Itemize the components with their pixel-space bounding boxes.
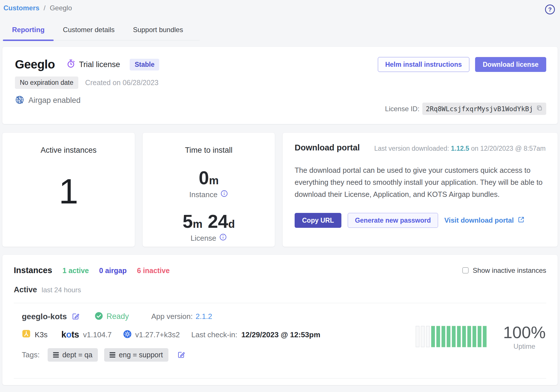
external-link-icon bbox=[517, 216, 525, 225]
uptime-bar bbox=[478, 326, 481, 347]
kubernetes-version: v1.27.7+k3s2 bbox=[135, 330, 180, 339]
uptime-bar bbox=[416, 326, 419, 347]
tag-text: dept = qa bbox=[62, 351, 92, 359]
download-portal-description: The download portal can be used to give … bbox=[295, 164, 544, 200]
instances-card: Instances 1 active 0 airgap 6 inactive S… bbox=[2, 255, 558, 385]
uptime-bar bbox=[472, 326, 476, 347]
active-section-range: last 24 hours bbox=[42, 286, 81, 294]
kubernetes-icon bbox=[123, 330, 132, 340]
instance-row: geeglo-kots Ready bbox=[14, 303, 546, 370]
question-circle-icon: ? bbox=[545, 11, 555, 16]
created-on-text: Created on 06/28/2023 bbox=[85, 79, 159, 87]
instances-title: Instances bbox=[14, 266, 52, 275]
airgap-enabled-label: Airgap enabled bbox=[28, 96, 81, 105]
active-instances-card: Active instances 1 bbox=[2, 133, 135, 247]
tab-support-bundles[interactable]: Support bundles bbox=[124, 23, 192, 40]
active-section-heading: Active bbox=[14, 285, 37, 294]
license-time-label: License bbox=[190, 234, 216, 243]
tag-lines-icon bbox=[110, 352, 115, 358]
uptime-bar bbox=[436, 326, 440, 347]
generate-new-password-button[interactable]: Generate new password bbox=[348, 213, 438, 228]
airgap-globe-icon bbox=[15, 95, 24, 106]
license-id-value[interactable]: 2Rq8WLcsjfxqrMysjvB1WodYkBj bbox=[422, 103, 546, 115]
tag-text: eng = support bbox=[119, 351, 163, 359]
instance-install-time: 0m bbox=[143, 167, 275, 189]
breadcrumb-separator: / bbox=[44, 4, 46, 12]
instance-time-label: Instance bbox=[189, 190, 217, 199]
license-id-text: 2Rq8WLcsjfxqrMysjvB1WodYkBj bbox=[426, 105, 533, 113]
active-count[interactable]: 1 active bbox=[63, 266, 89, 275]
top-bar: Customers / Geeglo ? bbox=[2, 3, 558, 15]
uptime-summary: 100% Uptime bbox=[416, 323, 546, 350]
tags-label: Tags: bbox=[22, 350, 40, 359]
download-portal-card: Download portal Last version downloaded:… bbox=[283, 133, 558, 247]
download-portal-title: Download portal bbox=[295, 143, 360, 152]
uptime-bar bbox=[483, 326, 487, 347]
uptime-label: Uptime bbox=[503, 342, 546, 350]
show-inactive-toggle[interactable]: Show inactive instances bbox=[462, 266, 546, 275]
app-version-label: App version: bbox=[151, 312, 193, 321]
visit-download-portal-link[interactable]: Visit download portal bbox=[444, 216, 525, 225]
license-summary-card: Geeglo Trial license Stable No expirat bbox=[2, 47, 558, 124]
copy-url-button[interactable]: Copy URL bbox=[295, 213, 341, 228]
edit-instance-name-icon[interactable] bbox=[71, 312, 80, 321]
download-license-button[interactable]: Download license bbox=[475, 57, 546, 72]
stopwatch-icon bbox=[66, 59, 75, 70]
license-id-label: License ID: bbox=[385, 105, 419, 113]
tags-list: dept = qaeng = support bbox=[48, 348, 175, 362]
tab-reporting[interactable]: Reporting bbox=[3, 23, 54, 40]
breadcrumb-current: Geeglo bbox=[50, 4, 72, 12]
uptime-bar bbox=[462, 326, 466, 347]
uptime-bar bbox=[442, 326, 445, 347]
uptime-bar bbox=[457, 326, 461, 347]
channel-badge: Stable bbox=[130, 59, 159, 70]
help-button[interactable]: ? bbox=[545, 4, 555, 15]
app-version-link[interactable]: 2.1.2 bbox=[196, 312, 212, 321]
customer-reporting-page: Customers / Geeglo ? Reporting Customer … bbox=[0, 0, 560, 392]
edit-tags-icon[interactable] bbox=[177, 351, 185, 359]
tag-pill[interactable]: eng = support bbox=[104, 348, 168, 362]
license-install-time: 5m 24d bbox=[143, 211, 275, 232]
active-instances-title: Active instances bbox=[2, 146, 135, 155]
uptime-bar bbox=[452, 326, 456, 347]
info-icon[interactable] bbox=[220, 190, 228, 199]
active-instances-count: 1 bbox=[2, 171, 135, 211]
last-version-downloaded: Last version downloaded: 1.12.5 on 12/20… bbox=[374, 145, 546, 152]
show-inactive-checkbox[interactable] bbox=[462, 267, 468, 273]
uptime-bar bbox=[467, 326, 471, 347]
breadcrumb: Customers / Geeglo bbox=[3, 4, 72, 12]
svg-text:?: ? bbox=[548, 6, 552, 13]
instance-name: geeglo-kots bbox=[22, 312, 67, 321]
kots-version: v1.104.7 bbox=[83, 330, 112, 339]
stats-row: Active instances 1 Time to install 0m In… bbox=[2, 133, 558, 247]
time-to-install-title: Time to install bbox=[143, 146, 275, 155]
ready-check-icon bbox=[95, 312, 103, 321]
breadcrumb-customers-link[interactable]: Customers bbox=[3, 4, 39, 12]
instance-status: Ready bbox=[106, 312, 129, 321]
tab-customer-details[interactable]: Customer details bbox=[54, 23, 124, 40]
time-to-install-card: Time to install 0m Instance 5m 24d bbox=[143, 133, 275, 247]
k3s-icon bbox=[22, 329, 31, 340]
expiration-badge: No expiration date bbox=[15, 77, 78, 89]
distribution-label: K3s bbox=[35, 330, 48, 339]
uptime-bar bbox=[421, 326, 425, 347]
license-type-label: Trial license bbox=[79, 60, 120, 69]
uptime-bar bbox=[447, 326, 450, 347]
tab-bar: Reporting Customer details Support bundl… bbox=[3, 23, 200, 40]
helm-install-instructions-button[interactable]: Helm install instructions bbox=[378, 57, 469, 72]
customer-name: Geeglo bbox=[15, 58, 55, 71]
uptime-bar bbox=[431, 326, 435, 347]
uptime-percent: 100% bbox=[503, 323, 546, 342]
info-icon[interactable] bbox=[219, 233, 227, 243]
show-inactive-label: Show inactive instances bbox=[473, 266, 546, 275]
inactive-count[interactable]: 6 inactive bbox=[137, 266, 170, 275]
divider bbox=[14, 378, 546, 379]
uptime-bars bbox=[416, 326, 487, 347]
copy-icon[interactable] bbox=[536, 105, 543, 113]
last-version-link[interactable]: 1.12.5 bbox=[451, 145, 469, 152]
kots-logo: kots bbox=[61, 330, 79, 340]
tag-pill[interactable]: dept = qa bbox=[48, 348, 98, 362]
last-checkin-value: 12/29/2023 @ 12:53pm bbox=[241, 330, 320, 339]
airgap-count[interactable]: 0 airgap bbox=[99, 266, 127, 275]
tag-lines-icon bbox=[53, 352, 59, 358]
